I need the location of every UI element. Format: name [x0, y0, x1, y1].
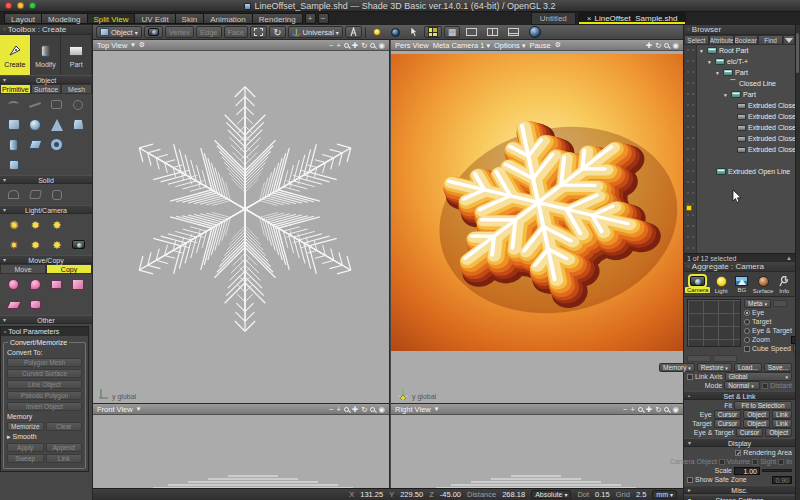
object-section-header[interactable]: ▾Object — [0, 75, 92, 84]
zoom-radio[interactable] — [744, 337, 750, 343]
scale-field[interactable]: 1.00 — [734, 467, 760, 475]
free-curve-tool[interactable] — [3, 96, 25, 113]
mode-dropdown[interactable]: Normal▾ — [724, 381, 760, 390]
collapse-icon[interactable]: ▲ — [786, 254, 792, 262]
orbit-button[interactable]: ◉ — [672, 405, 679, 414]
convert-curved-surface-button[interactable]: Curved Surface — [7, 369, 82, 378]
target-link-button[interactable]: Link — [772, 419, 792, 428]
light-camera-section-header[interactable]: ▾Light/Camera — [0, 205, 92, 214]
tree-row-part[interactable]: ▾Part — [698, 67, 795, 78]
view-settings-gear-icon[interactable]: ⚙ — [139, 41, 145, 49]
magnifier-icon[interactable] — [664, 407, 669, 412]
tree-row-root-part[interactable]: ▾Root Part — [698, 45, 795, 56]
smooth-apply-button[interactable]: Apply — [7, 443, 44, 452]
pers-view-title[interactable]: Pers View — [395, 41, 429, 50]
rendering-area-checkbox[interactable]: ✓ — [735, 450, 741, 456]
workspace-tab-uv-edit[interactable]: UV Edit — [134, 13, 174, 24]
eye-object-button[interactable]: Object — [743, 410, 770, 419]
rotate-button[interactable]: ↻ — [361, 405, 367, 414]
light-toggle-button[interactable] — [369, 26, 385, 38]
front-view-title[interactable]: Front View — [97, 405, 133, 414]
tab-surface[interactable]: Surface — [31, 84, 62, 94]
pan-button[interactable]: ✚ — [646, 405, 652, 414]
set-link-section[interactable]: •Set & Link — [684, 391, 795, 400]
cube-speed-checkbox[interactable] — [744, 346, 750, 352]
stereo-settings-section[interactable]: ▾Stereo Settings — [684, 495, 795, 500]
magnifier-icon[interactable] — [344, 407, 349, 412]
ring-primitive[interactable] — [46, 136, 68, 153]
tree-row-extruded-closed[interactable]: Extruded Closed — [698, 111, 795, 122]
eye-target-cursor-button[interactable]: Cursor — [736, 428, 764, 437]
magnifier-icon[interactable] — [664, 43, 669, 48]
zoom-in-button[interactable]: + — [336, 41, 340, 50]
link-axis-dropdown[interactable]: Global▾ — [725, 372, 792, 381]
layout-split-v-button[interactable] — [483, 26, 502, 38]
copy-button[interactable]: Copy — [46, 264, 92, 274]
eye-target-radio[interactable] — [744, 328, 750, 334]
skeleton-tool-button[interactable] — [345, 26, 362, 38]
eye-target-object-button[interactable]: Object — [765, 428, 792, 437]
right-view-title[interactable]: Right View — [395, 405, 431, 414]
memory-button[interactable]: Memory ▾ — [659, 363, 695, 372]
move-button[interactable]: Move — [0, 264, 46, 274]
camera-mode-button[interactable] — [144, 26, 163, 38]
browser-tab-find[interactable]: Find — [758, 35, 783, 45]
coord-mode-dropdown[interactable]: Absolute▾ — [531, 490, 571, 499]
zoom-out-button[interactable]: − — [623, 405, 627, 414]
distant-checkbox[interactable] — [762, 383, 768, 389]
sphere-primitive[interactable] — [25, 116, 47, 133]
eye-radio[interactable] — [744, 310, 750, 316]
browser-tab-select[interactable]: Select — [684, 35, 709, 45]
workspace-tab-rendering[interactable]: Rendering — [252, 13, 303, 24]
pers-view-canvas[interactable]: y global — [391, 51, 683, 403]
taper-primitive[interactable] — [68, 116, 90, 133]
ambient-light-tool[interactable]: ✸ — [46, 236, 68, 253]
tree-row-elc[interactable]: ▾elc/T-+ — [698, 56, 795, 67]
preview-option-button[interactable] — [713, 355, 737, 362]
sidebar-scrollbar[interactable] — [795, 25, 800, 500]
target-radio[interactable] — [744, 319, 750, 325]
tree-row-closed-line[interactable]: ⌒Closed Line — [698, 78, 795, 89]
smooth-append-button[interactable]: Append — [46, 443, 83, 452]
convert-invert-object-button[interactable]: Invert Object — [7, 402, 82, 411]
aggregate-tab-info[interactable]: Info — [774, 273, 794, 296]
vertex-mode-button[interactable]: Vertex — [165, 26, 194, 38]
other-section-header[interactable]: ▾Other — [0, 315, 92, 324]
zoom-out-button[interactable]: − — [329, 405, 333, 414]
slant-primitive[interactable] — [25, 136, 47, 153]
magnifier-icon[interactable] — [370, 407, 375, 412]
zoom-in-button[interactable]: + — [630, 405, 634, 414]
pause-button[interactable]: Pause — [529, 41, 550, 50]
eye-cursor-button[interactable]: Cursor — [714, 410, 742, 419]
stretch-tool[interactable] — [25, 296, 47, 313]
load-button[interactable]: Load... — [734, 363, 762, 372]
top-view-title[interactable]: Top View — [97, 41, 127, 50]
zoom-in-button[interactable]: + — [336, 405, 340, 414]
universal-manipulator-button[interactable]: Universal▾ — [288, 26, 343, 38]
solid-intersect-tool[interactable] — [46, 186, 68, 203]
options-menu[interactable]: Options ▾ — [494, 41, 525, 50]
grid-toggle-button[interactable]: ▦ — [444, 26, 461, 38]
browser-tab-boolean[interactable]: Boolean — [734, 35, 759, 45]
aggregate-tab-camera[interactable]: Camera — [685, 273, 710, 296]
workspace-tab-skin[interactable]: Skin — [175, 13, 204, 24]
save-button[interactable]: Save... — [764, 363, 792, 372]
layout-single-button[interactable] — [462, 26, 481, 38]
edge-mode-button[interactable]: Edge — [196, 26, 222, 38]
cube-primitive[interactable] — [3, 156, 25, 173]
spot-light-tool[interactable]: ✸ — [46, 216, 68, 233]
tree-row-extruded-closed[interactable]: Extruded Closed — [698, 100, 795, 111]
layout-split-h-button[interactable] — [504, 26, 523, 38]
camera-preview[interactable] — [687, 299, 741, 347]
background-toggle-button[interactable] — [387, 26, 404, 38]
orbit-button[interactable]: ◉ — [378, 41, 385, 50]
gutter-flag[interactable] — [686, 205, 692, 211]
in-checkbox[interactable] — [778, 459, 784, 465]
face-mode-button[interactable]: Face — [224, 26, 249, 38]
rotate-view-button[interactable]: ↻ — [269, 26, 285, 38]
rotate-button[interactable]: ↻ — [655, 41, 661, 50]
move-copy-section-header[interactable]: ▾Move/Copy — [0, 255, 92, 264]
orbit-button[interactable]: ◉ — [672, 41, 679, 50]
pan-button[interactable]: ✚ — [646, 41, 652, 50]
tree-row-part-inner[interactable]: ▾Part — [698, 89, 795, 100]
